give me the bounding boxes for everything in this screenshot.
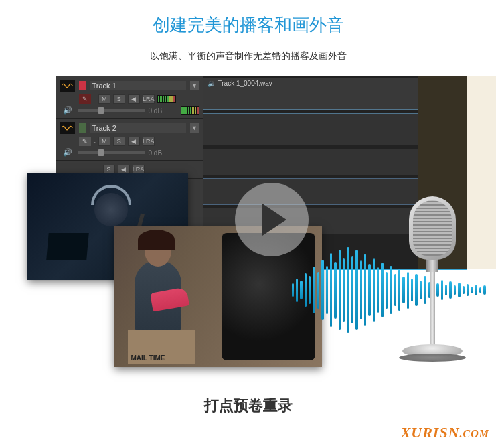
audio-clip[interactable] xyxy=(203,113,418,145)
clip-name: Track 1_0004.wav xyxy=(218,80,272,87)
pencil-icon[interactable]: ✎ xyxy=(79,94,91,104)
watermark-suffix: .COM xyxy=(460,428,489,439)
lra-button[interactable]: LRA xyxy=(143,94,155,104)
solo-button[interactable]: S xyxy=(113,137,125,146)
solo-button[interactable]: S xyxy=(113,94,125,104)
track-color-chip[interactable] xyxy=(79,81,86,90)
page-subheading: 以饱满、平衡的声音制作无差错的播客及画外音 xyxy=(0,50,496,62)
track-1[interactable]: Track 1 ▼ ✎ - M S ◀ LRA 🔊 0 dB xyxy=(56,76,203,119)
level-meter xyxy=(157,95,176,103)
mute-button[interactable]: M xyxy=(98,94,110,104)
waveform-icon xyxy=(60,80,75,92)
box-label: MAIL TIME xyxy=(131,355,165,362)
track-2[interactable]: Track 2 ▼ ✎ - M S ◀ LRA 🔊 0 dB xyxy=(56,119,203,161)
dash: - xyxy=(94,96,96,103)
chevron-down-icon[interactable]: ▼ xyxy=(190,123,199,133)
db-value: 0 dB xyxy=(149,107,163,115)
lra-button[interactable]: LRA xyxy=(143,137,155,146)
hero-canvas: Track 1 ▼ ✎ - M S ◀ LRA 🔊 0 dB xyxy=(27,76,469,384)
watermark-main: XURISN xyxy=(401,424,460,441)
speaker-icon: 🔉 xyxy=(208,80,216,87)
watermark: XURISN.COM xyxy=(401,424,489,441)
chevron-down-icon[interactable]: ▼ xyxy=(190,81,199,90)
waveform-icon xyxy=(60,122,75,134)
db-value: 0 dB xyxy=(149,149,163,157)
track-color-chip[interactable] xyxy=(79,123,86,133)
pencil-icon[interactable]: ✎ xyxy=(79,137,91,146)
microphone-graphic xyxy=(396,196,469,377)
secondary-heading: 打点预卷重录 xyxy=(0,396,496,416)
volume-icon[interactable]: 🔊 xyxy=(63,148,74,157)
audio-clip[interactable] xyxy=(203,178,418,205)
headphones-graphic xyxy=(91,185,131,205)
volume-slider[interactable] xyxy=(78,109,145,112)
audio-clip[interactable]: 🔉Track 1_0004.wav xyxy=(203,78,418,110)
volume-slider[interactable] xyxy=(78,151,145,154)
track-name[interactable]: Track 2 xyxy=(90,123,186,133)
track-name[interactable]: Track 1 xyxy=(90,81,186,90)
page-heading: 创建完美的播客和画外音 xyxy=(0,13,496,37)
audio-clip[interactable] xyxy=(203,149,418,175)
level-meter xyxy=(181,106,199,115)
dash: - xyxy=(94,138,96,145)
speaker-icon[interactable]: ◀ xyxy=(128,94,140,104)
mute-button[interactable]: M xyxy=(98,137,110,146)
speaker-icon[interactable]: ◀ xyxy=(128,137,140,146)
volume-icon[interactable]: 🔊 xyxy=(63,106,74,115)
